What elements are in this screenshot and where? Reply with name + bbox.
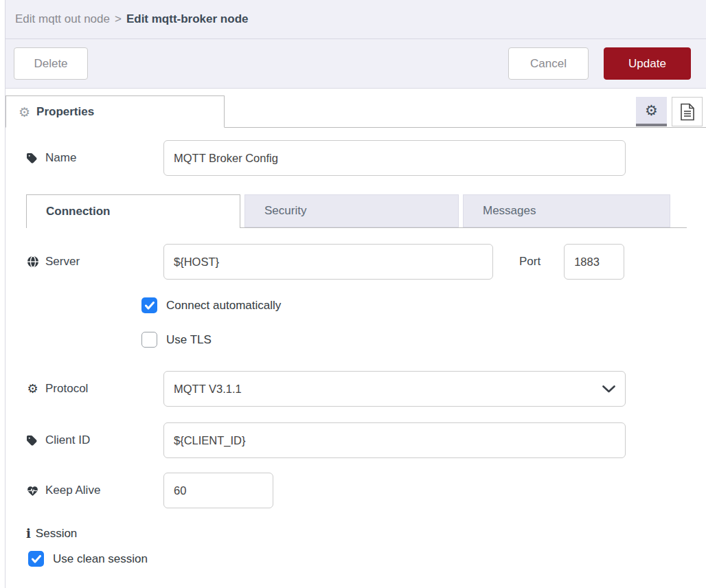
- node-properties-button[interactable]: ⚙: [636, 97, 667, 126]
- server-label: Server: [26, 255, 163, 269]
- protocol-label-text: Protocol: [45, 382, 88, 396]
- tag-icon: [26, 435, 39, 446]
- use-tls-checkbox[interactable]: [141, 332, 157, 348]
- clean-session-label: Use clean session: [53, 552, 148, 566]
- name-label: Name: [26, 151, 163, 165]
- gear-icon: ⚙: [19, 104, 30, 120]
- client-id-label-text: Client ID: [45, 433, 90, 447]
- tab-properties[interactable]: ⚙ Properties: [5, 95, 225, 128]
- check-icon: [145, 302, 155, 310]
- protocol-selected-value: MQTT V3.1.1: [174, 383, 242, 396]
- delete-button[interactable]: Delete: [14, 47, 88, 80]
- breadcrumb: Edit mqtt out node > Edit mqtt-broker no…: [5, 0, 706, 39]
- keep-alive-label-text: Keep Alive: [45, 484, 100, 497]
- connect-automatically-checkbox[interactable]: [141, 297, 157, 313]
- tab-security-label: Security: [264, 204, 306, 218]
- edit-node-dialog: Edit mqtt out node > Edit mqtt-broker no…: [5, 0, 706, 588]
- broker-section-tabs: Connection Security Messages: [26, 194, 687, 228]
- gear-icon: ⚙: [645, 102, 658, 119]
- server-label-text: Server: [45, 255, 80, 269]
- tag-icon: [26, 152, 39, 164]
- client-id-label: Client ID: [26, 433, 163, 447]
- name-label-text: Name: [45, 151, 76, 165]
- name-row: Name: [26, 140, 706, 176]
- chevron-down-icon: [602, 385, 615, 393]
- connect-automatically-label: Connect automatically: [166, 299, 281, 313]
- tab-security[interactable]: Security: [244, 194, 459, 227]
- page-title: Edit mqtt-broker node: [126, 12, 249, 26]
- editor-tab-bar: ⚙ Properties ⚙: [5, 89, 706, 128]
- server-input[interactable]: [163, 244, 493, 280]
- info-icon: i: [26, 526, 31, 541]
- clean-session-checkbox[interactable]: [28, 551, 44, 567]
- node-description-button[interactable]: [672, 97, 703, 126]
- tab-connection[interactable]: Connection: [26, 194, 240, 228]
- tab-messages[interactable]: Messages: [463, 194, 670, 227]
- connect-automatically-row: Connect automatically: [141, 297, 706, 313]
- keep-alive-row: Keep Alive: [26, 473, 706, 508]
- tab-connection-label: Connection: [46, 205, 111, 218]
- breadcrumb-separator: >: [115, 12, 122, 26]
- session-row: i Session: [26, 526, 706, 541]
- protocol-select[interactable]: MQTT V3.1.1: [163, 371, 626, 407]
- globe-icon: [26, 256, 39, 268]
- gear-icon: ⚙: [26, 381, 39, 396]
- keep-alive-input[interactable]: [163, 473, 273, 508]
- cancel-button[interactable]: Cancel: [508, 47, 589, 80]
- protocol-row: ⚙ Protocol MQTT V3.1.1: [26, 371, 706, 407]
- use-tls-label: Use TLS: [166, 333, 212, 347]
- name-input[interactable]: [163, 140, 626, 176]
- port-label: Port: [519, 255, 540, 269]
- tab-messages-label: Messages: [483, 204, 536, 218]
- dialog-toolbar: Delete Cancel Update: [5, 39, 706, 89]
- keep-alive-label: Keep Alive: [26, 484, 163, 497]
- check-icon: [32, 555, 41, 563]
- port-input[interactable]: [564, 244, 624, 280]
- tab-properties-label: Properties: [36, 105, 94, 119]
- update-button[interactable]: Update: [604, 47, 691, 80]
- clean-session-row: Use clean session: [28, 551, 706, 567]
- document-icon: [680, 103, 695, 121]
- breadcrumb-parent-link[interactable]: Edit mqtt out node: [15, 12, 110, 26]
- node-config-form: Name Connection Security Messages: [5, 128, 706, 567]
- client-id-row: Client ID: [26, 422, 706, 458]
- use-tls-row: Use TLS: [141, 332, 706, 348]
- session-label: Session: [36, 527, 77, 541]
- heartbeat-icon: [26, 485, 39, 497]
- client-id-input[interactable]: [163, 422, 626, 458]
- server-row: Server Port: [26, 244, 706, 280]
- protocol-label: ⚙ Protocol: [26, 381, 163, 396]
